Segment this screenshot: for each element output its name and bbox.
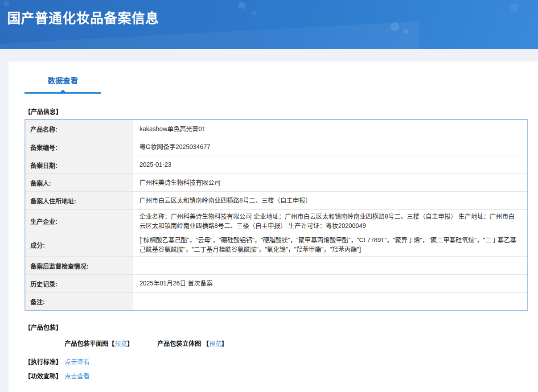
row-label: 历史记录: — [25, 275, 133, 292]
table-row: 备案编号: 粤G妆网备字2025034677 — [25, 138, 527, 156]
row-label: 成分: — [25, 233, 133, 256]
product-info-table: 产品名称: kakashow单色高光膏01 备案编号: 粤G妆网备字202503… — [25, 119, 528, 311]
exec-standard-section: 【执行标准】点击查看 — [25, 357, 528, 366]
table-row: 备案日期: 2025-01-23 — [25, 156, 527, 173]
row-value — [133, 257, 527, 274]
row-label: 备案人住所地址: — [25, 192, 133, 209]
row-label: 备案编号: — [25, 138, 133, 156]
exec-standard-title: 【执行标准】 — [25, 358, 62, 365]
view-efficacy-link[interactable]: 点击查看 — [65, 372, 90, 380]
page-header: 国产普通化妆品备案信息 — [0, 0, 538, 49]
packaging-line: 产品包装平面图【预览】 产品包装立体图 【预览】 — [65, 338, 528, 347]
preview-3d-link[interactable]: 预览 — [209, 340, 222, 347]
row-value — [133, 293, 527, 310]
content-card: 数据查看 【产品信息】 产品名称: kakashow单色高光膏01 备案编号: … — [8, 62, 538, 392]
table-row: 备案人: 广州科美诗生物科技有限公司 — [25, 173, 527, 191]
tab-active-arrow-icon — [60, 90, 66, 92]
table-row: 生产企业: 企业名称：广州科美诗生物科技有限公司 企业地址：广州市白云区太和镇南… — [25, 209, 527, 233]
view-standard-link[interactable]: 点击查看 — [65, 358, 90, 365]
header-decoration — [510, 3, 519, 12]
row-label: 备注: — [25, 293, 133, 310]
row-label: 备案人: — [25, 174, 133, 191]
row-value: 2025-01-23 — [133, 156, 527, 173]
row-value: 广州科美诗生物科技有限公司 — [133, 174, 527, 191]
row-label: 生产企业: — [25, 210, 133, 233]
tab-data-view[interactable]: 数据查看 — [25, 73, 101, 93]
packaging-flat-item: 产品包装平面图【预览】 — [65, 338, 133, 347]
tab-bar: 数据查看 — [25, 73, 528, 93]
row-value: 粤G妆网备字2025034677 — [133, 138, 527, 156]
table-row: 备案人住所地址: 广州市白云区太和镇南岭南业四横路8号二、三楼（自主申报） — [25, 191, 527, 209]
header-decoration — [252, 10, 257, 15]
table-row: 成分: ["棕榈酸乙基己酯"，"云母"，"硼硅酸铝钙"，"硬脂酸镁"，"聚甲基丙… — [25, 233, 527, 256]
tab-active-underline — [25, 92, 101, 94]
bracket: 】 — [222, 340, 228, 347]
packaging-flat-label: 产品包装平面图 — [65, 340, 108, 347]
table-row: 产品名称: kakashow单色高光膏01 — [25, 120, 527, 138]
packaging-3d-label: 产品包装立体图 — [157, 340, 203, 347]
row-value: 2025年01月26日 首次备案 — [133, 275, 527, 292]
header-decoration — [238, 1, 246, 9]
bracket: 】 — [127, 340, 133, 347]
efficacy-claim-section: 【功效宣称】点击查看 — [25, 371, 528, 380]
packaging-section-title: 【产品包装】 — [25, 322, 528, 331]
efficacy-claim-title: 【功效宣称】 — [25, 372, 62, 380]
packaging-3d-item: 产品包装立体图 【预览】 — [157, 338, 228, 347]
bracket: 【 — [203, 340, 209, 347]
row-value: 企业名称：广州科美诗生物科技有限公司 企业地址：广州市白云区太和镇南岭南业四横路… — [133, 210, 527, 233]
bracket: 【 — [108, 340, 115, 347]
header-decoration — [3, 0, 9, 7]
row-value: 广州市白云区太和镇南岭南业四横路8号二、三楼（自主申报） — [133, 192, 527, 209]
row-value: ["棕榈酸乙基己酯"，"云母"，"硼硅酸铝钙"，"硬脂酸镁"，"聚甲基丙烯酸甲酯… — [133, 233, 527, 256]
table-row: 备注: — [25, 292, 527, 310]
preview-flat-link[interactable]: 预览 — [115, 340, 127, 347]
row-value: kakashow单色高光膏01 — [133, 120, 527, 138]
row-label: 备案日期: — [25, 156, 133, 173]
product-info-section-title: 【产品信息】 — [25, 107, 528, 116]
row-label: 备案后监督检查情况: — [25, 257, 133, 274]
table-row: 备案后监督检查情况: — [25, 256, 527, 274]
table-row: 历史记录: 2025年01月26日 首次备案 — [25, 274, 527, 292]
row-label: 产品名称: — [25, 120, 133, 138]
page-title: 国产普通化妆品备案信息 — [7, 7, 159, 27]
tab-data-view-label: 数据查看 — [48, 77, 78, 85]
